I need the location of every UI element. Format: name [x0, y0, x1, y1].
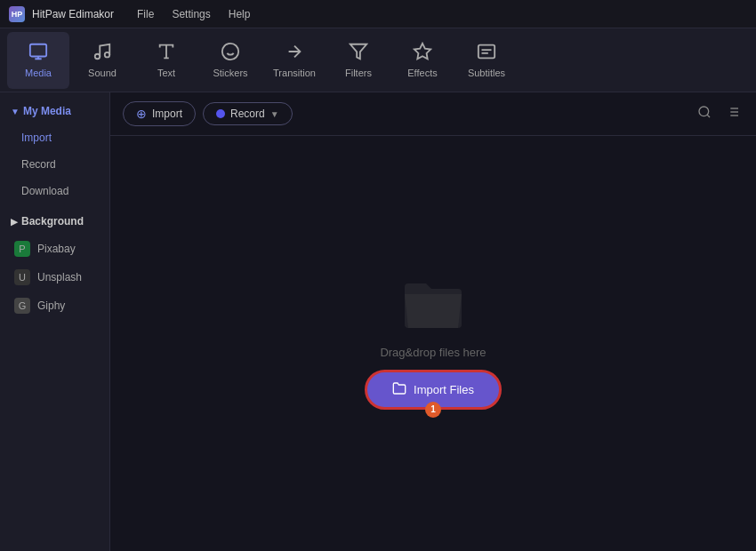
- sidebar-item-record[interactable]: Record: [4, 151, 106, 178]
- menu-settings[interactable]: Settings: [165, 6, 217, 22]
- sidebar-item-unsplash[interactable]: U Unsplash: [4, 263, 106, 291]
- toolbar: Media Sound Text: [0, 28, 756, 92]
- import-files-button[interactable]: Import Files 1: [365, 370, 502, 410]
- main-layout: ▼ My Media Import Record Download ▶ Back…: [0, 92, 756, 551]
- transition-icon: [285, 42, 304, 64]
- tool-sound[interactable]: Sound: [71, 32, 133, 89]
- tool-stickers-label: Stickers: [213, 68, 247, 78]
- tool-sound-label: Sound: [88, 68, 117, 78]
- tool-subtitles-label: Subtitles: [468, 68, 505, 78]
- sidebar-item-download[interactable]: Download: [4, 178, 106, 204]
- tool-text-label: Text: [157, 68, 175, 78]
- tool-media-label: Media: [25, 68, 52, 78]
- record-dropdown-icon: ▼: [270, 109, 279, 119]
- menu-help[interactable]: Help: [221, 6, 258, 22]
- ct-right: [694, 101, 744, 126]
- tool-effects[interactable]: Effects: [391, 32, 454, 89]
- sidebar-item-giphy[interactable]: G Giphy: [4, 291, 106, 320]
- svg-rect-7: [479, 45, 495, 59]
- svg-point-1: [95, 54, 101, 60]
- tool-text[interactable]: Text: [135, 32, 197, 89]
- sidebar-item-pixabay[interactable]: P Pixabay: [4, 235, 106, 263]
- ct-left: ⊕ Import Record ▼: [123, 101, 293, 126]
- svg-point-10: [699, 107, 709, 116]
- chevron-right-icon: ▶: [11, 217, 18, 227]
- content-toolbar: ⊕ Import Record ▼: [110, 92, 756, 136]
- tool-filters-label: Filters: [345, 68, 372, 78]
- media-icon: [28, 42, 48, 64]
- content-area: ⊕ Import Record ▼: [110, 92, 756, 551]
- plus-icon: ⊕: [136, 107, 147, 121]
- svg-rect-0: [30, 44, 46, 57]
- sidebar-my-media[interactable]: ▼ My Media: [0, 98, 109, 124]
- svg-marker-6: [350, 44, 366, 60]
- pixabay-icon: P: [14, 241, 30, 257]
- drop-zone: Drag&drop files here Import Files 1: [110, 136, 756, 551]
- folder-open-icon: [392, 381, 406, 398]
- giphy-icon: G: [14, 298, 30, 314]
- unsplash-icon: U: [14, 269, 30, 285]
- import-button[interactable]: ⊕ Import: [123, 101, 196, 126]
- svg-point-3: [222, 44, 238, 60]
- chevron-down-icon: ▼: [11, 107, 20, 116]
- filters-icon: [349, 42, 368, 64]
- tool-filters[interactable]: Filters: [327, 32, 390, 89]
- tool-transition-label: Transition: [273, 68, 316, 78]
- drop-text: Drag&drop files here: [380, 346, 486, 359]
- text-icon: [157, 42, 176, 64]
- badge-count: 1: [425, 402, 441, 418]
- sidebar: ▼ My Media Import Record Download ▶ Back…: [0, 92, 110, 551]
- search-icon[interactable]: [694, 101, 715, 126]
- title-bar: HP HitPaw Edimakor File Settings Help: [0, 0, 756, 28]
- tool-transition[interactable]: Transition: [263, 32, 326, 89]
- app-logo: HP: [9, 6, 25, 22]
- stickers-icon: [221, 42, 240, 64]
- sidebar-item-import[interactable]: Import: [4, 124, 106, 151]
- menu-bar: File Settings Help: [130, 6, 257, 22]
- effects-icon: [413, 42, 432, 64]
- record-button[interactable]: Record ▼: [203, 102, 293, 125]
- svg-point-2: [105, 52, 110, 57]
- app-title: HitPaw Edimakor: [32, 8, 114, 20]
- tool-stickers[interactable]: Stickers: [199, 32, 261, 89]
- record-dot-icon: [216, 109, 225, 118]
- menu-file[interactable]: File: [130, 6, 161, 22]
- sidebar-background[interactable]: ▶ Background: [0, 208, 109, 235]
- subtitles-icon: [477, 42, 496, 64]
- tool-media[interactable]: Media: [7, 32, 69, 89]
- tool-effects-label: Effects: [407, 68, 437, 78]
- list-view-icon[interactable]: [722, 101, 744, 126]
- folder-icon: [401, 278, 465, 335]
- sound-icon: [92, 42, 112, 64]
- tool-subtitles[interactable]: Subtitles: [455, 32, 518, 89]
